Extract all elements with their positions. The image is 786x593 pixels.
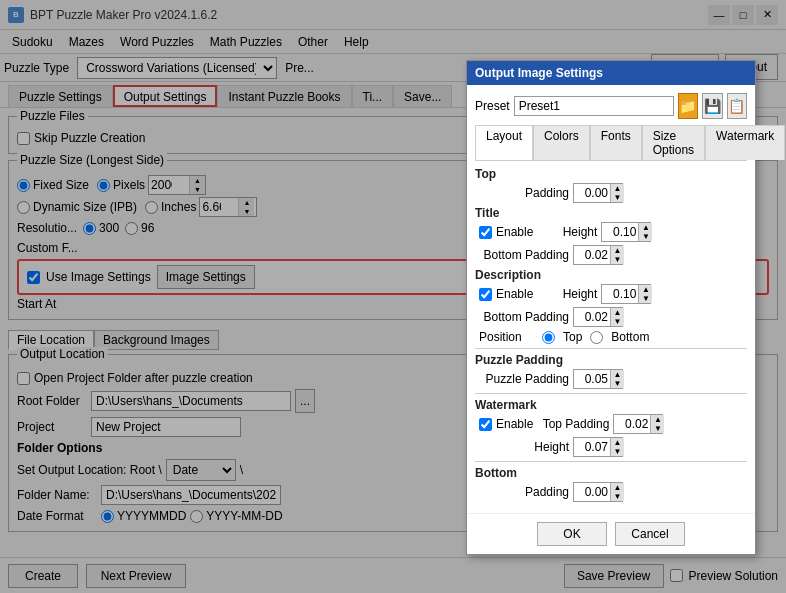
desc-bp-up[interactable]: ▲ (610, 308, 624, 317)
watermark-height-row: Height ▲ ▼ (475, 437, 747, 457)
watermark-enable-label: Enable (496, 417, 533, 431)
title-enable-label: Enable (496, 225, 533, 239)
bottom-padding-spinbox[interactable]: ▲ ▼ (573, 482, 623, 502)
title-height-arrows: ▲ ▼ (638, 223, 652, 241)
title-bottom-padding-spinbox[interactable]: ▲ ▼ (573, 245, 623, 265)
modal-tab-watermark[interactable]: Watermark (705, 125, 785, 160)
modal-overlay: Output Image Settings Preset 📁 💾 📋 Layou… (0, 0, 786, 593)
pp-up[interactable]: ▲ (610, 370, 624, 379)
title-bp-down[interactable]: ▼ (610, 255, 624, 264)
puzzle-padding-section-header: Puzzle Padding (475, 353, 747, 367)
wm-h-up[interactable]: ▲ (610, 438, 624, 447)
bottom-padding-input[interactable] (574, 483, 610, 501)
divider1 (475, 348, 747, 349)
watermark-top-padding-input[interactable] (614, 415, 650, 433)
position-row: Position Top Bottom (475, 330, 747, 344)
desc-height-label: Height (537, 287, 597, 301)
top-padding-row: Padding ▲ ▼ (475, 183, 747, 203)
top-padding-label: Padding (479, 186, 569, 200)
title-height-down[interactable]: ▼ (638, 232, 652, 241)
desc-bottom-padding-spinbox[interactable]: ▲ ▼ (573, 307, 623, 327)
title-section-header: Title (475, 206, 747, 220)
modal-title: Output Image Settings (475, 66, 603, 80)
bt-p-up[interactable]: ▲ (610, 483, 624, 492)
watermark-enable-row: Enable Top Padding ▲ ▼ (475, 414, 747, 434)
bottom-padding-arrows: ▲ ▼ (610, 483, 624, 501)
title-bp-up[interactable]: ▲ (610, 246, 624, 255)
bt-p-down[interactable]: ▼ (610, 492, 624, 501)
title-height-up[interactable]: ▲ (638, 223, 652, 232)
preset-save-btn[interactable]: 💾 (702, 93, 722, 119)
ok-button[interactable]: OK (537, 522, 607, 546)
watermark-section-header: Watermark (475, 398, 747, 412)
desc-bottom-padding-label: Bottom Padding (479, 310, 569, 324)
desc-height-spinbox[interactable]: ▲ ▼ (601, 284, 651, 304)
modal-tab-size-options[interactable]: Size Options (642, 125, 705, 160)
watermark-height-label: Height (479, 440, 569, 454)
preset-row: Preset 📁 💾 📋 (475, 93, 747, 119)
description-section-header: Description (475, 268, 747, 282)
top-padding-up[interactable]: ▲ (610, 184, 624, 193)
preset-input[interactable] (514, 96, 674, 116)
modal-tab-colors[interactable]: Colors (533, 125, 590, 160)
position-bottom-label: Bottom (611, 330, 649, 344)
title-bottom-padding-input[interactable] (574, 246, 610, 264)
title-bottom-padding-label: Bottom Padding (479, 248, 569, 262)
title-height-spinbox[interactable]: ▲ ▼ (601, 222, 651, 242)
desc-height-input[interactable] (602, 285, 638, 303)
title-bottom-padding-arrows: ▲ ▼ (610, 246, 624, 264)
pp-down[interactable]: ▼ (610, 379, 624, 388)
desc-enable-checkbox[interactable] (479, 288, 492, 301)
position-top-radio[interactable] (542, 331, 555, 344)
puzzle-padding-input[interactable] (574, 370, 610, 388)
desc-h-down[interactable]: ▼ (638, 294, 652, 303)
watermark-h-arrows: ▲ ▼ (610, 438, 624, 456)
modal-tab-fonts[interactable]: Fonts (590, 125, 642, 160)
puzzle-padding-row: Puzzle Padding ▲ ▼ (475, 369, 747, 389)
top-padding-spinbox[interactable]: ▲ ▼ (573, 183, 623, 203)
watermark-tp-arrows: ▲ ▼ (650, 415, 664, 433)
top-padding-arrows: ▲ ▼ (610, 184, 624, 202)
top-section-header: Top (475, 167, 747, 181)
watermark-enable-checkbox[interactable] (479, 418, 492, 431)
watermark-height-input[interactable] (574, 438, 610, 456)
title-height-label: Height (537, 225, 597, 239)
puzzle-padding-arrows: ▲ ▼ (610, 370, 624, 388)
output-image-settings-modal: Output Image Settings Preset 📁 💾 📋 Layou… (466, 60, 756, 555)
puzzle-padding-spinbox[interactable]: ▲ ▼ (573, 369, 623, 389)
title-height-input[interactable] (602, 223, 638, 241)
position-bottom-radio[interactable] (590, 331, 603, 344)
desc-enable-row: Enable Height ▲ ▼ (475, 284, 747, 304)
position-top-label: Top (563, 330, 582, 344)
cancel-button[interactable]: Cancel (615, 522, 685, 546)
wm-h-down[interactable]: ▼ (610, 447, 624, 456)
watermark-top-padding-label: Top Padding (537, 417, 609, 431)
title-bottom-padding-row: Bottom Padding ▲ ▼ (475, 245, 747, 265)
desc-bottom-padding-input[interactable] (574, 308, 610, 326)
modal-body: Preset 📁 💾 📋 Layout Colors Fonts Size Op… (467, 85, 755, 513)
position-label: Position (479, 330, 534, 344)
desc-enable-label: Enable (496, 287, 533, 301)
desc-h-up[interactable]: ▲ (638, 285, 652, 294)
divider3 (475, 461, 747, 462)
modal-title-bar: Output Image Settings (467, 61, 755, 85)
divider2 (475, 393, 747, 394)
desc-bp-down[interactable]: ▼ (610, 317, 624, 326)
modal-footer: OK Cancel (467, 513, 755, 554)
preset-open-btn[interactable]: 📁 (678, 93, 698, 119)
wm-tp-down[interactable]: ▼ (650, 424, 664, 433)
title-enable-checkbox[interactable] (479, 226, 492, 239)
watermark-height-spinbox[interactable]: ▲ ▼ (573, 437, 623, 457)
desc-height-arrows: ▲ ▼ (638, 285, 652, 303)
modal-tabs: Layout Colors Fonts Size Options Waterma… (475, 125, 747, 161)
desc-bottom-padding-arrows: ▲ ▼ (610, 308, 624, 326)
top-padding-input[interactable] (574, 184, 610, 202)
preset-label: Preset (475, 99, 510, 113)
top-padding-down[interactable]: ▼ (610, 193, 624, 202)
bottom-section-header: Bottom (475, 466, 747, 480)
watermark-top-padding-spinbox[interactable]: ▲ ▼ (613, 414, 663, 434)
modal-tab-layout[interactable]: Layout (475, 125, 533, 160)
wm-tp-up[interactable]: ▲ (650, 415, 664, 424)
preset-saveas-btn[interactable]: 📋 (727, 93, 747, 119)
title-enable-row: Enable Height ▲ ▼ (475, 222, 747, 242)
